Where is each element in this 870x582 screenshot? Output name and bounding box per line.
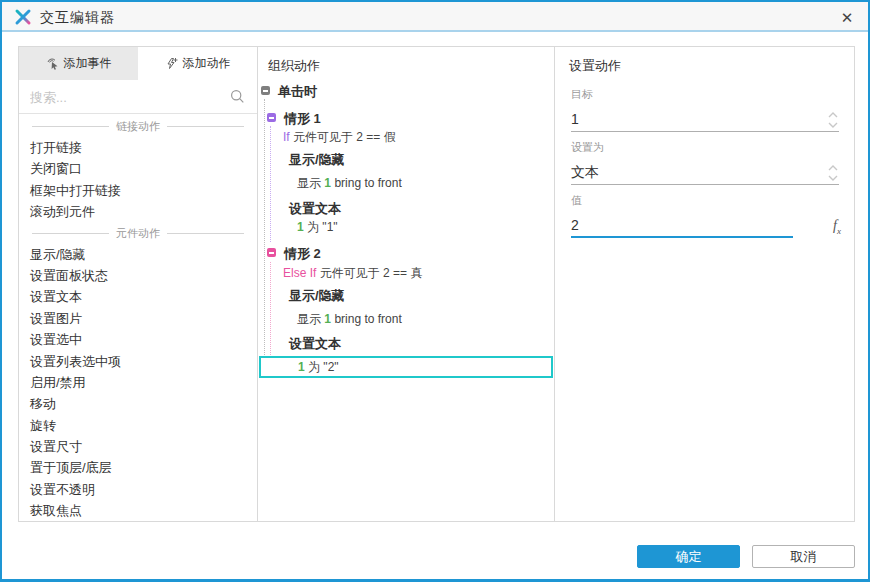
axure-logo-icon xyxy=(14,8,32,26)
tree-case2-action-settext[interactable]: 设置文本 xyxy=(289,335,341,352)
tap-click-icon xyxy=(46,57,59,70)
lightning-plus-icon xyxy=(165,57,178,70)
tree-case-2[interactable]: 情形 2 xyxy=(267,245,321,262)
tree-event-onclick[interactable]: 单击时 xyxy=(261,83,317,100)
action-title: 显示/隐藏 xyxy=(289,288,345,303)
action-target: 1 xyxy=(324,312,331,326)
set-action-header: 设置动作 xyxy=(569,57,621,75)
list-item[interactable]: 设置不透明 xyxy=(19,479,257,500)
action-detail-prefix: 显示 xyxy=(297,312,321,326)
list-item[interactable]: 显示/隐藏 xyxy=(19,244,257,265)
if-keyword: If xyxy=(283,130,290,144)
list-item[interactable]: 获取焦点 xyxy=(19,500,257,521)
action-target: 1 xyxy=(324,176,331,190)
tab-add-action[interactable]: 添加动作 xyxy=(138,47,257,80)
collapse-minus-icon[interactable] xyxy=(267,113,276,122)
collapse-minus-icon[interactable] xyxy=(267,248,276,257)
value-label: 值 xyxy=(571,193,839,208)
chevron-up-down-icon[interactable] xyxy=(827,163,839,183)
titlebar: 交互编辑器 ✕ xyxy=(2,2,868,32)
list-item[interactable]: 关闭窗口 xyxy=(19,158,257,179)
list-item[interactable]: 设置图片 xyxy=(19,308,257,329)
elseif-keyword: Else If xyxy=(283,266,316,280)
action-target: 1 xyxy=(298,360,305,374)
ok-button[interactable]: 确定 xyxy=(637,545,740,568)
collapse-minus-icon[interactable] xyxy=(261,86,270,95)
tree-case-1[interactable]: 情形 1 xyxy=(267,110,321,127)
tab-add-action-label: 添加动作 xyxy=(183,55,231,72)
case2-label: 情形 2 xyxy=(284,246,321,261)
action-detail-suffix: 为 "2" xyxy=(308,360,339,374)
value-text: 2 xyxy=(571,214,793,236)
list-item[interactable]: 启用/禁用 xyxy=(19,372,257,393)
action-title: 设置文本 xyxy=(289,201,341,216)
target-value: 1 xyxy=(571,108,839,130)
case1-label: 情形 1 xyxy=(284,111,321,126)
list-item[interactable]: 打开链接 xyxy=(19,137,257,158)
list-item[interactable]: 置于顶层/底层 xyxy=(19,457,257,478)
action-target: 1 xyxy=(297,220,304,234)
list-item[interactable]: 设置选中 xyxy=(19,329,257,350)
tree-case1-condition[interactable]: If 元件可见于 2 == 假 xyxy=(283,129,396,146)
list-item[interactable]: 设置列表选中项 xyxy=(19,351,257,372)
event-label: 单击时 xyxy=(278,84,317,99)
page-title: 交互编辑器 xyxy=(40,9,115,27)
tab-add-event-label: 添加事件 xyxy=(64,55,112,72)
organize-actions-panel: 组织动作 单击时 情形 1 If 元件可见于 2 == 假 显示/隐藏 显示 1… xyxy=(257,47,554,521)
list-item[interactable]: 设置尺寸 xyxy=(19,436,257,457)
condition-text: 元件可见于 2 == 真 xyxy=(320,266,423,280)
tree-case1-settext-detail[interactable]: 1 为 "1" xyxy=(297,219,338,236)
library-tabs: 添加事件 添加动作 xyxy=(19,47,257,80)
chevron-up-down-icon[interactable] xyxy=(827,110,839,130)
action-detail-suffix: bring to front xyxy=(334,176,401,190)
search-icon[interactable] xyxy=(230,89,245,104)
action-detail-suffix: bring to front xyxy=(334,312,401,326)
set-action-panel: 设置动作 目标 1 设置为 文本 xyxy=(554,47,854,521)
target-label: 目标 xyxy=(571,87,839,102)
set-to-label: 设置为 xyxy=(571,140,839,155)
set-to-value: 文本 xyxy=(571,161,839,183)
search-row xyxy=(19,80,257,114)
field-value: 值 2 fx xyxy=(571,193,839,238)
condition-text: 元件可见于 2 == 假 xyxy=(293,130,396,144)
list-item[interactable]: 滚动到元件 xyxy=(19,201,257,222)
target-select[interactable]: 1 xyxy=(571,108,839,132)
fx-function-icon[interactable]: fx xyxy=(833,218,841,236)
action-title: 显示/隐藏 xyxy=(289,152,345,167)
action-list: 链接动作 打开链接 关闭窗口 框架中打开链接 滚动到元件 元件动作 显示/隐藏 … xyxy=(19,114,257,521)
list-item[interactable]: 移动 xyxy=(19,393,257,414)
interaction-editor-dialog: 交互编辑器 ✕ 添加事件 xyxy=(0,0,870,582)
list-item[interactable]: 设置文本 xyxy=(19,286,257,307)
organize-actions-header: 组织动作 xyxy=(268,57,320,75)
section-header-widget-actions: 元件动作 xyxy=(19,223,257,244)
section-header-link-actions: 链接动作 xyxy=(19,116,257,137)
list-item[interactable]: 设置面板状态 xyxy=(19,265,257,286)
set-to-select[interactable]: 文本 xyxy=(571,161,839,185)
tree-case1-action-showhide[interactable]: 显示/隐藏 xyxy=(289,151,345,168)
list-item[interactable]: 旋转 xyxy=(19,415,257,436)
tree-case1-action-settext[interactable]: 设置文本 xyxy=(289,200,341,217)
tree-case2-action-showhide[interactable]: 显示/隐藏 xyxy=(289,287,345,304)
tree-case2-showhide-detail[interactable]: 显示 1 bring to front xyxy=(297,311,402,328)
action-detail-prefix: 显示 xyxy=(297,176,321,190)
close-icon[interactable]: ✕ xyxy=(836,7,858,29)
tree-case2-condition[interactable]: Else If 元件可见于 2 == 真 xyxy=(283,265,422,282)
action-library-panel: 添加事件 添加动作 链接动作 xyxy=(19,47,257,521)
tab-add-event[interactable]: 添加事件 xyxy=(19,47,138,80)
tree-case1-showhide-detail[interactable]: 显示 1 bring to front xyxy=(297,175,402,192)
action-detail-suffix: 为 "1" xyxy=(307,220,338,234)
field-target: 目标 1 xyxy=(571,87,839,132)
tree-guide-line xyxy=(264,99,265,377)
list-item[interactable]: 框架中打开链接 xyxy=(19,180,257,201)
value-input[interactable]: 2 xyxy=(571,214,793,238)
tree-case2-settext-detail-selected[interactable]: 1 为 "2" xyxy=(259,356,553,378)
action-title: 设置文本 xyxy=(289,336,341,351)
dialog-body: 添加事件 添加动作 链接动作 xyxy=(18,46,855,522)
cancel-button[interactable]: 取消 xyxy=(752,545,855,568)
tree-guide-line-case1 xyxy=(270,126,271,242)
search-input[interactable] xyxy=(30,86,220,108)
field-set-to: 设置为 文本 xyxy=(571,140,839,185)
